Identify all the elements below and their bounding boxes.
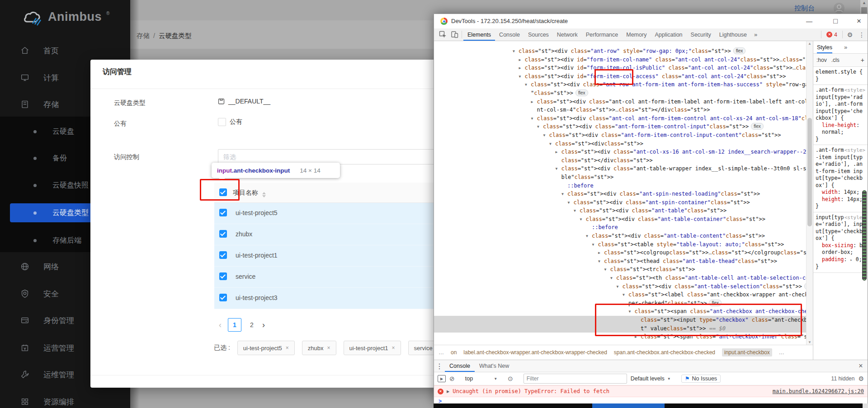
dom-tree-node[interactable]: ▶class="st"><div id="form-item-col-isPub…: [434, 64, 806, 72]
dom-tree-node[interactable]: ▼class="st"><div class="ant-table"class=…: [434, 206, 806, 215]
dom-tree-node[interactable]: ▼class="st"><div class="ant-table-select…: [434, 282, 806, 291]
collapse-icon[interactable]: ▼: [531, 115, 537, 123]
devtools-tab-lighthouse[interactable]: Lighthouse: [715, 28, 751, 41]
expand-error-icon[interactable]: ▶: [447, 389, 449, 394]
devtools-titlebar[interactable]: DevTools - 172.20.154.250/heat/stack/cre…: [434, 14, 868, 29]
styles-scrollbar[interactable]: [861, 190, 868, 281]
scroll-thumb[interactable]: [807, 118, 812, 226]
dom-breadcrumb[interactable]: on: [451, 349, 457, 356]
scroll-up-icon[interactable]: ▲: [808, 42, 811, 46]
pagination-page-2[interactable]: 2: [248, 321, 256, 328]
dom-tree-node[interactable]: "class="st">>flex: [434, 89, 806, 98]
flex-badge[interactable]: flex: [709, 300, 722, 306]
row-checkbox[interactable]: [219, 272, 227, 280]
elements-tree[interactable]: ▼class="st"><div class="ant-row" style="…: [434, 41, 806, 345]
css-rule[interactable]: <style>.ant-form-item input[type='radio'…: [813, 145, 868, 212]
error-source-link[interactable]: main.bundle.1624296672.js:20: [773, 388, 864, 394]
dom-tree-node[interactable]: ▶class="st"><div class="ant-col-xs-16 an…: [434, 148, 806, 156]
scroll-thumb[interactable]: [862, 190, 867, 281]
eye-icon[interactable]: ⊙: [508, 375, 513, 382]
devtools-tab-elements[interactable]: Elements: [463, 28, 495, 41]
collapse-icon[interactable]: ▼: [537, 123, 543, 131]
context-selector[interactable]: top ▼: [465, 375, 497, 382]
devtools-tab-security[interactable]: Security: [687, 28, 715, 41]
dom-tree-node[interactable]: ▼class="st"><div class="ant-table-contai…: [434, 215, 806, 224]
more-tabs-icon[interactable]: »: [751, 28, 760, 41]
css-declaration[interactable]: width: 14px;: [822, 189, 865, 196]
devtools-tab-sources[interactable]: Sources: [524, 28, 553, 41]
css-declaration[interactable]: padding: ▸ 0;: [822, 256, 865, 264]
column-project-name[interactable]: 项目名称: [233, 189, 266, 197]
collapse-icon[interactable]: ▼: [580, 216, 586, 224]
collapse-icon[interactable]: ▼: [568, 199, 574, 207]
dom-tree-node[interactable]: ::before: [434, 223, 806, 232]
page-scrollbar[interactable]: ▲: [860, 0, 868, 14]
collapse-icon[interactable]: ▼: [598, 258, 604, 266]
styles-more-icon[interactable]: »: [844, 44, 847, 51]
rule-origin-link[interactable]: <style>: [844, 87, 865, 94]
collapse-icon[interactable]: ▼: [513, 47, 519, 56]
device-toolbar-icon[interactable]: [448, 28, 460, 41]
tag-remove-icon[interactable]: ×: [327, 345, 330, 351]
console-link[interactable]: 控制台: [794, 4, 815, 13]
collapse-icon[interactable]: ▼: [604, 266, 610, 274]
console-settings-gear-icon[interactable]: ⚙: [858, 375, 864, 382]
css-declaration[interactable]: line-height: normal;: [822, 122, 865, 136]
css-rule[interactable]: <style>input[type='radio'], input[type='…: [813, 212, 868, 273]
pagination-prev-icon[interactable]: ‹: [219, 320, 222, 330]
clear-console-icon[interactable]: ⊘: [449, 375, 455, 382]
tab-console[interactable]: Console: [445, 360, 475, 372]
drawer-menu-icon[interactable]: ⋮: [434, 360, 445, 372]
collapse-icon[interactable]: ▼: [610, 274, 616, 283]
row-checkbox[interactable]: [219, 230, 227, 238]
app-logo[interactable]: Animbus ®: [23, 10, 109, 27]
dom-breadcrumb[interactable]: span.ant-checkbox.ant-checkbox-checked: [614, 349, 715, 356]
rule-origin-link[interactable]: <style>: [844, 147, 865, 154]
devtools-menu-icon[interactable]: ⋮: [856, 28, 868, 41]
expand-icon[interactable]: ▶: [556, 148, 561, 157]
css-rule[interactable]: <style>.ant-form input[type='radio'], .a…: [813, 85, 868, 145]
devtools-tab-performance[interactable]: Performance: [582, 28, 623, 41]
row-checkbox[interactable]: [219, 294, 227, 301]
collapse-icon[interactable]: ▼: [543, 131, 549, 140]
expand-icon[interactable]: ▶: [635, 333, 641, 342]
dom-tree-node[interactable]: ▶class="st"><div class="ant-col ant-form…: [434, 98, 806, 106]
dom-tree-node[interactable]: nt-col-sm-4"class="st">>…class="st"></di…: [434, 106, 806, 114]
dom-breadcrumb[interactable]: input.ant-checkbox: [722, 348, 772, 356]
user-avatar-icon[interactable]: [833, 2, 845, 14]
expand-icon[interactable]: ▶: [531, 98, 537, 107]
dom-tree-node[interactable]: ▼class="st"><divclass="st">>: [434, 140, 806, 148]
css-declaration[interactable]: height: 14px;: [822, 196, 865, 203]
scroll-up-icon[interactable]: ▲: [862, 0, 868, 5]
scroll-down-icon[interactable]: ▼: [808, 340, 811, 344]
dom-tree-node[interactable]: t" valueclass="st">> == $0: [434, 324, 806, 333]
devtools-tab-memory[interactable]: Memory: [622, 28, 651, 41]
issues-button[interactable]: ⚑ No Issues: [681, 375, 721, 383]
dom-tree-node[interactable]: ▼class="st"><trclass="st">>: [434, 265, 806, 274]
dom-breadcrumb[interactable]: …: [779, 349, 784, 356]
select-all-checkbox[interactable]: [219, 188, 227, 196]
tag-remove-icon[interactable]: ×: [286, 345, 289, 351]
dom-tree-node[interactable]: ▼class="st"><div class="ant-spin-contain…: [434, 198, 806, 207]
dom-tree-node[interactable]: ::before: [434, 182, 806, 190]
dom-tree-node[interactable]: ▼class="st"><div class="ant-row" style="…: [434, 47, 806, 56]
collapse-icon[interactable]: ▼: [574, 207, 580, 216]
toggle-hover-state[interactable]: :hov: [816, 57, 827, 63]
tag-remove-icon[interactable]: ×: [392, 345, 395, 351]
dom-breadcrumb[interactable]: …: [439, 349, 444, 356]
dom-tree-node[interactable]: class="st"><input type="checkbox" class=…: [434, 316, 806, 324]
sidebar-item-home[interactable]: 首页: [0, 41, 130, 61]
window-close-button[interactable]: ×: [850, 15, 868, 27]
collapse-icon[interactable]: ▼: [617, 283, 623, 291]
flex-badge[interactable]: flex: [751, 123, 764, 130]
row-checkbox[interactable]: [219, 209, 227, 216]
breadcrumb-storage[interactable]: 存储: [137, 32, 150, 39]
collapse-icon[interactable]: ▼: [561, 190, 567, 199]
dom-tree-node[interactable]: ▼class="st"><div id="form-item-col-acces…: [434, 72, 806, 81]
tab-whats-new[interactable]: What's New: [475, 360, 514, 372]
drawer-close-icon[interactable]: ×: [854, 360, 868, 372]
dom-tree-node[interactable]: ▶class="st"><div id="form-item-col-name"…: [434, 56, 806, 64]
css-rule[interactable]: element.style {}: [813, 67, 868, 85]
css-declaration[interactable]: box-sizing: border-box;: [822, 242, 865, 256]
expand-icon[interactable]: ▶: [598, 249, 604, 258]
